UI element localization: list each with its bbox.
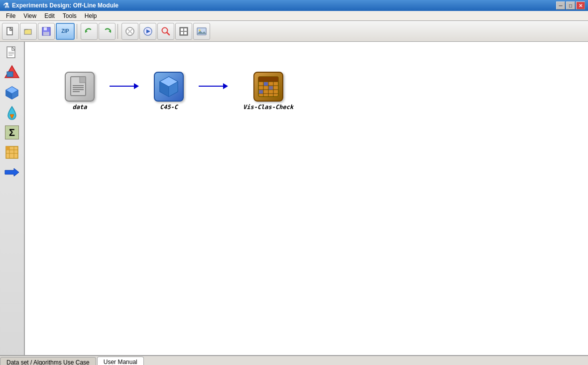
sidebar-item-data[interactable] [3, 64, 21, 82]
menu-tools[interactable]: Tools [59, 11, 81, 20]
connector-1 [110, 83, 139, 89]
sidebar-item-sigma[interactable]: Σ [3, 123, 21, 141]
separator-1 [77, 24, 79, 39]
svg-rect-59 [264, 82, 268, 86]
svg-rect-41 [80, 77, 86, 83]
data-source-icon [4, 65, 20, 81]
table-icon [5, 145, 19, 159]
sidebar-item-table[interactable] [3, 143, 21, 161]
svg-line-13 [167, 32, 169, 35]
document-icon [5, 46, 19, 60]
window-title: Experiments Design: Off-Line Module [12, 2, 556, 9]
connector-line-1 [110, 86, 134, 87]
toolbar: ZIP [0, 21, 588, 42]
svg-rect-4 [43, 32, 49, 35]
sidebar-item-export[interactable] [3, 104, 21, 122]
svg-marker-38 [5, 168, 19, 176]
redo-button[interactable] [99, 23, 116, 40]
svg-rect-17 [181, 32, 183, 34]
image-button[interactable] [193, 23, 210, 40]
menu-file[interactable]: File [2, 11, 19, 20]
c45c-node-label: C45-C [160, 104, 178, 111]
bottom-panel: Data set / Algorithms Use Case User Manu… [0, 355, 588, 365]
connector-2 [199, 83, 228, 89]
sigma-icon: Σ [5, 125, 19, 139]
c45c-node-icon[interactable] [154, 72, 184, 102]
data-node-label: data [73, 104, 87, 111]
new-button[interactable] [2, 23, 19, 40]
svg-rect-26 [7, 72, 13, 77]
view-button[interactable] [175, 23, 192, 40]
canvas-area[interactable]: data C45-C [25, 42, 588, 355]
c45c-node[interactable]: C45-C [154, 72, 184, 111]
zoom-button[interactable] [157, 23, 174, 40]
data-node-icon[interactable] [65, 72, 95, 102]
algorithm-icon [4, 85, 20, 101]
workflow: data C45-C [65, 72, 293, 111]
run-button[interactable] [139, 23, 156, 40]
separator-2 [118, 24, 119, 39]
menu-help[interactable]: Help [81, 11, 101, 20]
app-icon: ⚗ [3, 1, 9, 9]
menu-view[interactable]: View [19, 11, 40, 20]
sidebar: Σ [0, 42, 25, 355]
sidebar-item-arrow[interactable] [3, 163, 21, 181]
visclas-node[interactable]: Vis-Clas-Check [243, 72, 293, 111]
menu-bar: File View Edit Tools Help [0, 11, 588, 21]
connector-arrow-2 [223, 83, 228, 89]
main-container: Σ [0, 42, 588, 355]
svg-rect-15 [181, 28, 183, 31]
zip-button[interactable]: ZIP [56, 23, 75, 40]
svg-rect-18 [184, 32, 187, 34]
svg-rect-37 [6, 146, 9, 150]
export-icon [4, 105, 20, 121]
sidebar-item-document[interactable] [3, 44, 21, 62]
undo-button[interactable] [81, 23, 98, 40]
arrow-icon [4, 165, 20, 179]
sidebar-item-algorithm[interactable] [3, 84, 21, 102]
visclas-node-label: Vis-Clas-Check [243, 104, 293, 111]
open-button[interactable] [20, 23, 37, 40]
svg-rect-51 [258, 77, 278, 82]
save-button[interactable] [38, 23, 55, 40]
data-node[interactable]: data [65, 72, 95, 111]
svg-rect-16 [184, 28, 187, 31]
visclas-node-icon[interactable] [253, 72, 283, 102]
tab-manual[interactable]: User Manual [97, 357, 144, 365]
close-button[interactable]: ✕ [576, 1, 585, 9]
title-bar: ⚗ Experiments Design: Off-Line Module ─ … [0, 0, 588, 11]
menu-edit[interactable]: Edit [40, 11, 59, 20]
svg-rect-1 [24, 29, 31, 34]
tab-dataset[interactable]: Data set / Algorithms Use Case [0, 357, 96, 365]
stop-button[interactable] [121, 23, 138, 40]
connector-arrow-1 [134, 83, 139, 89]
svg-rect-60 [269, 86, 273, 90]
tab-bar: Data set / Algorithms Use Case User Manu… [0, 356, 588, 365]
connector-line-2 [199, 86, 224, 87]
svg-rect-61 [259, 90, 263, 94]
svg-rect-3 [44, 27, 47, 30]
minimize-button[interactable]: ─ [556, 1, 565, 9]
maximize-button[interactable]: □ [566, 1, 575, 9]
window-controls: ─ □ ✕ [556, 1, 585, 9]
